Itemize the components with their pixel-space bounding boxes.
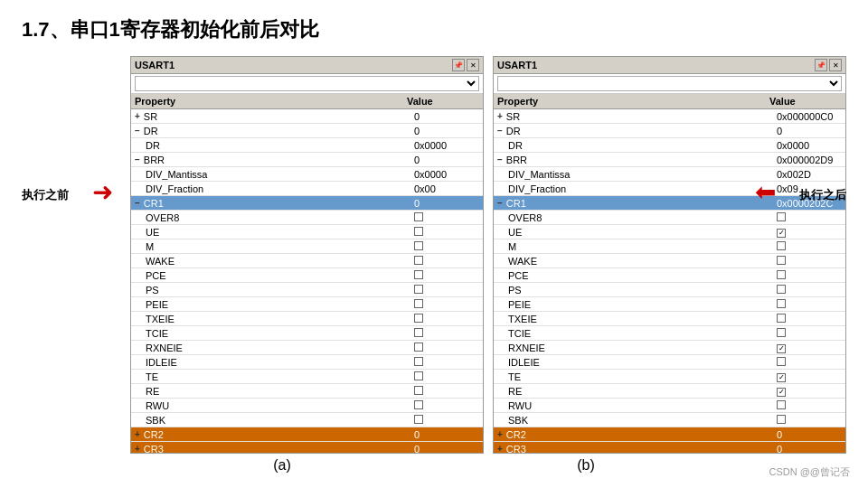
panel-b-dropdown-row: [494, 74, 845, 94]
checkbox-icon: [414, 328, 423, 337]
prop-label: PEIE: [146, 299, 168, 310]
checkbox-icon: [414, 285, 423, 294]
panel-a-close-icon[interactable]: ✕: [467, 59, 479, 71]
prop-label: TXEIE: [508, 314, 537, 324]
label-before: 执行之前: [22, 187, 69, 203]
table-row: M: [131, 239, 483, 254]
expand-icon[interactable]: +: [135, 111, 140, 121]
val-cell: [773, 341, 845, 354]
collapse-icon[interactable]: −: [135, 198, 140, 208]
checkbox-icon: [777, 400, 786, 409]
table-row: TCIE: [131, 326, 483, 341]
prop-label: RXNEIE: [146, 343, 183, 353]
bottom-labels: (a) (b): [22, 457, 846, 474]
table-row: TE: [494, 370, 845, 384]
collapse-icon[interactable]: −: [497, 126, 503, 136]
prop-cell: SBK: [494, 414, 773, 427]
table-row: IDLEIE: [494, 355, 845, 370]
val-cell: [773, 414, 845, 427]
prop-cell: DIV_Fraction: [494, 183, 773, 195]
prop-cell: −CR1: [494, 197, 773, 210]
table-row: +CR20: [494, 427, 845, 442]
collapse-icon[interactable]: −: [135, 126, 140, 136]
prop-label: PS: [146, 285, 159, 296]
prop-label: RXNEIE: [508, 343, 545, 353]
panel-b-pin-icon[interactable]: 📌: [815, 59, 827, 71]
prop-label: CR1: [506, 198, 526, 209]
table-row: RXNEIE: [494, 341, 845, 355]
panel-a-pin-icon[interactable]: 📌: [452, 59, 465, 71]
prop-label: BRR: [144, 155, 165, 165]
prop-label: CR3: [506, 444, 526, 454]
prop-cell: PCE: [494, 269, 773, 282]
prop-label: CR2: [506, 429, 526, 440]
val-cell: [410, 255, 483, 267]
prop-cell: DR: [131, 139, 410, 152]
arrow-before: ➜: [92, 180, 113, 205]
table-row: −CR10: [131, 196, 483, 211]
val-cell: 0: [410, 443, 483, 454]
checkbox-icon: [414, 371, 423, 380]
table-row: DIV_Mantissa0x0000: [131, 167, 483, 182]
expand-icon[interactable]: +: [497, 429, 503, 439]
val-cell: [410, 226, 483, 239]
expand-icon[interactable]: +: [135, 444, 140, 453]
val-cell: 0: [410, 125, 483, 137]
panel-a-titlebar: USART1 📌 ✕: [131, 57, 483, 74]
prop-cell: PCE: [131, 269, 410, 282]
prop-cell: −DR: [131, 125, 410, 137]
panel-a-icons: 📌 ✕: [452, 59, 479, 71]
prop-label: SBK: [146, 415, 165, 426]
prop-label: M: [508, 241, 516, 252]
prop-cell: TE: [494, 371, 773, 383]
caption-b: (b): [577, 457, 595, 474]
val-cell: [410, 240, 483, 253]
table-row: DIV_Fraction0x00: [131, 182, 483, 196]
expand-icon[interactable]: +: [497, 444, 503, 453]
checkbox-icon: [777, 415, 786, 424]
prop-label: DR: [144, 126, 158, 136]
prop-label: DIV_Mantissa: [146, 169, 207, 180]
watermark: CSDN @@曾记否: [769, 465, 850, 479]
table-row: −BRR0x000002D9: [494, 153, 845, 167]
table-row: RE: [131, 384, 483, 399]
val-cell: 0: [410, 428, 483, 441]
prop-cell: UE: [131, 226, 410, 239]
checkbox-icon: [414, 299, 423, 308]
expand-icon[interactable]: +: [135, 429, 140, 439]
prop-cell: IDLEIE: [494, 356, 773, 369]
panel-b-dropdown[interactable]: [497, 76, 842, 91]
val-cell: [773, 370, 845, 383]
panel-b-close-icon[interactable]: ✕: [829, 59, 842, 71]
prop-cell: −BRR: [131, 154, 410, 166]
prop-label: DIV_Mantissa: [508, 169, 570, 180]
prop-cell: RWU: [131, 399, 410, 412]
panel-a-dropdown[interactable]: [135, 76, 479, 91]
tables-container: USART1 📌 ✕ Property Value +SR0−DR0DR0x00…: [130, 56, 846, 454]
prop-label: IDLEIE: [508, 357, 540, 368]
val-cell: 0: [773, 428, 845, 441]
prop-label: DIV_Fraction: [508, 183, 566, 194]
checkbox-icon: [777, 328, 786, 337]
prop-cell: SBK: [131, 414, 410, 427]
label-after: 执行之后: [799, 187, 846, 203]
prop-label: PS: [508, 285, 522, 296]
checkbox-checked-icon: [777, 388, 786, 397]
table-row: UE: [494, 225, 845, 239]
collapse-icon[interactable]: −: [497, 198, 503, 208]
prop-label: UE: [146, 227, 159, 238]
val-cell: [410, 327, 483, 340]
prop-label: DR: [506, 126, 521, 136]
prop-cell: PEIE: [494, 298, 773, 311]
val-cell: [410, 269, 483, 282]
val-cell: [773, 211, 845, 224]
table-row: OVER8: [131, 211, 483, 225]
val-cell: 0: [410, 197, 483, 210]
checkbox-icon: [777, 285, 786, 294]
checkbox-icon: [414, 314, 423, 323]
checkbox-icon: [777, 212, 786, 221]
collapse-icon[interactable]: −: [135, 155, 140, 164]
checkbox-icon: [777, 241, 786, 250]
collapse-icon[interactable]: −: [497, 155, 503, 164]
expand-icon[interactable]: +: [497, 111, 503, 121]
